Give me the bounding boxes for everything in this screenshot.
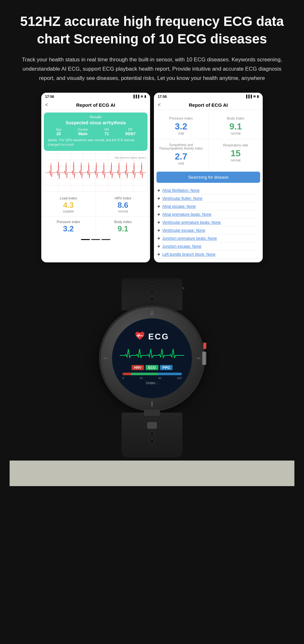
scale-100: 100 [177,376,181,380]
disease-dot [158,245,160,247]
right-back-arrow-icon[interactable]: < [158,102,161,108]
left-status-bar: 17:56 ▐▐▐ ⊜ ▮ [41,93,150,100]
scroll-dot-2 [91,239,100,240]
band-holes-top [122,278,182,305]
load-index-label: Load index [45,196,92,200]
result-label: Results [48,115,144,119]
load-index-value: 4.3 [45,201,92,209]
disease-junction-premature[interactable]: Junction premature beats: None [158,235,259,243]
disease-left-bundle[interactable]: Left bundle branch block: None [158,251,259,259]
watch-tags: HRV ECG PPG [132,365,172,370]
body-index-value: 9.1 [100,225,147,233]
right-body-index: Body index 9.1 normal [209,113,263,139]
right-body-value: 9.1 [212,122,259,131]
disease-atrial-premature[interactable]: Atrial premature beats: None [158,211,259,219]
result-diagnosis: Suspected sinus arrhythmia [48,120,144,125]
disease-dot [158,221,160,223]
watch-scale: 0 15 60 100 [123,376,182,380]
disease-dot [158,198,160,199]
watch-bottom-mark: II [151,400,153,404]
disease-dot [158,213,160,215]
metric-load-index: Load index 4.3 suitable [41,193,96,216]
progress-ecg [131,373,158,375]
result-stats: Age 20 Gender Male HR 71 BP 95/67 [48,128,144,136]
watch-waveform-area [120,344,184,362]
right-sympathetic-index: Sympathetic and Parasympathetic Activity… [154,139,208,169]
tick-left [103,358,107,359]
svg-text:Gain:10mm/mV  Speed: Speed 1: Gain:10mm/mV Speed: Speed 1 [115,157,146,159]
load-index-status: suitable [45,210,92,213]
watch-waveform-svg [120,344,184,362]
search-disease-button[interactable]: Searching for disease [156,172,260,183]
disease-junction-escape-label: Junction escape: None [162,244,201,249]
disease-atrial-fib[interactable]: Atrial fibrillation: None [158,187,259,195]
disease-atrial-escape[interactable]: Atrial escape: None [158,203,259,211]
right-pressure-value: 3.2 [158,122,204,131]
disease-ventricular-escape[interactable]: Ventricular escape: None [158,227,259,235]
hrv-index-value: 8.6 [100,201,147,209]
right-time: 17:56 [158,95,167,98]
watch-crown [202,352,206,365]
heart-container [135,331,145,342]
stat-hr: HR 71 [104,128,109,136]
right-pressure-status: mild [158,132,204,135]
disease-dot [158,237,160,239]
band-hole [150,298,154,301]
signal-icon: ▐▐▐ [132,95,139,98]
watch-section: III II ECG [10,272,294,457]
left-time: 17:56 [45,95,54,98]
right-phone-title: Report of ECG AI [189,102,228,108]
disease-dot [158,229,160,231]
band-connector [144,409,160,416]
right-sympathetic-status: mild [158,162,204,165]
stat-age-label: Age [56,128,61,131]
progress-ppg [158,373,182,375]
right-respiratory-status: normal [212,159,259,162]
left-phone-header: < Report of ECG AI [41,100,150,110]
watch-ecg-header: ECG [135,331,169,342]
right-pressure-label: Pressure index [158,116,204,120]
watch-tag-ecg: ECG [146,365,158,370]
watch-ecg-text: ECG [148,332,169,342]
disease-atrial-fib-label: Atrial fibrillation: None [162,188,200,193]
stat-age: Age 20 [56,128,61,136]
watch-III-mark: III [150,312,154,316]
battery-icon: ▮ [144,95,146,98]
disease-junction-premature-label: Junction premature beats: None [162,236,217,241]
wifi-icon: ⊜ [140,95,143,98]
result-details: details: The QRS waveform was normal, an… [48,138,144,147]
stat-gender: Gender Male [77,128,88,136]
disease-ventricular-flutter[interactable]: Ventricular flutter: None [158,195,259,203]
stat-hr-label: HR [104,128,109,131]
watch-container: III II ECG [72,278,232,457]
stat-gender-label: Gender [77,128,88,131]
hrv-index-status: normal [100,210,147,213]
disease-junction-escape[interactable]: Junction escape: None [158,243,259,251]
disease-dot [158,206,160,207]
right-respiratory-rate: Respiratory rate 15 normal [209,139,263,169]
watch-tag-hrv: HRV [132,365,144,370]
disease-ventricular-flutter-label: Ventricular flutter: None [162,196,202,201]
tick-right [197,358,201,359]
scale-60: 60 [158,376,161,380]
watch-side-button [203,343,206,349]
watch-buckle [147,422,157,429]
watch-band-top [122,278,182,310]
right-metrics-grid: Pressure index 3.2 mild Body index 9.1 n… [154,113,263,169]
band-hole [150,282,154,285]
disease-ventricular-premature[interactable]: Ventricular premature beats: None [158,219,259,227]
right-status-icons: ▐▐▐ ⊜ ▮ [245,95,259,98]
right-battery-icon: ▮ [257,95,259,98]
disease-ventricular-premature-label: Ventricular premature beats: None [162,220,221,225]
band-hole [150,439,154,443]
disease-dot [158,253,160,255]
back-arrow-icon[interactable]: < [45,102,48,108]
watch-tag-ppg: PPG [160,365,172,370]
body-index-label: Body index [100,220,147,224]
pressure-index-label: Pressure index [45,220,92,224]
right-body-status: normal [212,132,259,135]
stat-gender-value: Male [77,131,88,136]
disease-dot [158,190,160,191]
metric-pressure-index: Pressure index 3.2 [41,217,96,237]
right-sympathetic-value: 2.7 [158,152,204,161]
